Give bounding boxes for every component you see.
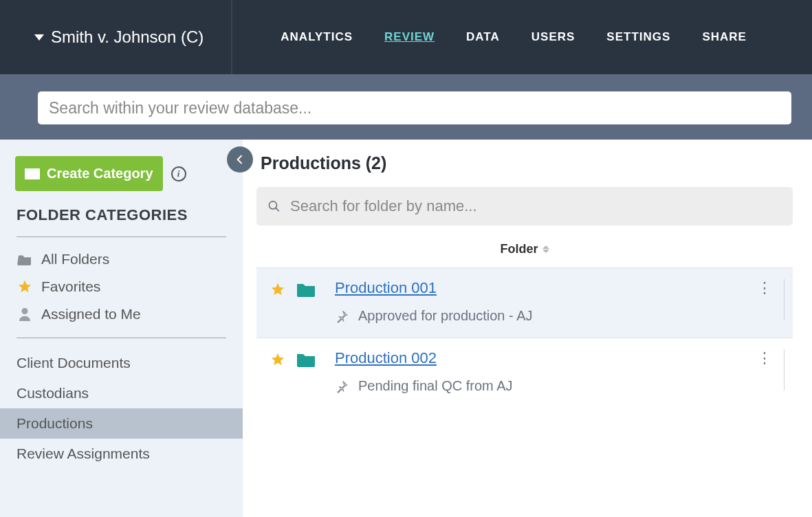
nav-links: ANALYTICS REVIEW DATA USERS SETTINGS SHA… <box>281 30 747 44</box>
create-category-label: Create Category <box>47 166 153 182</box>
category-label: Client Documents <box>17 355 131 371</box>
sidebar-collapse-button[interactable] <box>227 146 253 173</box>
sidebar-category-review-assignments[interactable]: Review Assignments <box>0 439 243 469</box>
sidebar: Create Category i FOLDER CATEGORIES All … <box>0 140 243 517</box>
global-search-input[interactable] <box>49 99 780 118</box>
folder-note-text: Approved for production - AJ <box>358 308 532 324</box>
sidebar-category-client-documents[interactable]: Client Documents <box>0 348 243 378</box>
table-header: Folder <box>256 226 793 267</box>
svg-line-2 <box>276 208 279 211</box>
global-search-wrap <box>0 74 812 140</box>
sort-icon <box>542 245 549 253</box>
folder-icon <box>17 253 33 265</box>
sidebar-category-list: Client Documents Custodians Productions … <box>0 338 243 469</box>
star-icon <box>270 282 285 297</box>
folder-row[interactable]: Production 001 Approved for production -… <box>256 267 793 338</box>
svg-point-0 <box>22 308 28 314</box>
sidebar-category-custodians[interactable]: Custodians <box>0 378 243 408</box>
tag-icon <box>25 168 40 179</box>
dropdown-triangle-icon <box>34 34 44 41</box>
sidebar-category-productions[interactable]: Productions <box>0 408 243 439</box>
folder-note: Pending final QC from AJ <box>335 378 754 394</box>
folder-link[interactable]: Production 001 <box>335 279 437 296</box>
star-icon <box>17 279 33 294</box>
main-panel: Productions (2) Folder Production 001 <box>243 140 812 517</box>
nav-review[interactable]: REVIEW <box>384 30 435 44</box>
create-row: Create Category i <box>0 156 243 206</box>
nav-users[interactable]: USERS <box>531 30 575 44</box>
sidebar-item-label: All Folders <box>41 251 109 267</box>
nav-data[interactable]: DATA <box>466 30 500 44</box>
nav-analytics[interactable]: ANALYTICS <box>281 30 353 44</box>
category-label: Custodians <box>17 385 89 401</box>
folder-link[interactable]: Production 002 <box>335 349 437 366</box>
column-folder[interactable]: Folder <box>500 242 549 256</box>
folder-row[interactable]: Production 002 Pending final QC from AJ … <box>256 338 793 408</box>
favorite-toggle[interactable] <box>270 282 285 301</box>
row-divider <box>784 279 784 320</box>
nav-settings[interactable]: SETTINGS <box>606 30 670 44</box>
sidebar-item-label: Assigned to Me <box>41 306 141 322</box>
column-folder-label: Folder <box>500 242 538 256</box>
favorite-toggle[interactable] <box>270 352 285 371</box>
sidebar-fixed-list: All Folders Favorites Assigned to Me <box>0 237 243 338</box>
case-selector[interactable]: Smith v. Johnson (C) <box>34 0 232 74</box>
info-icon[interactable]: i <box>171 166 186 182</box>
sidebar-item-label: Favorites <box>41 278 100 295</box>
row-more-button[interactable]: ⋮ <box>754 349 774 367</box>
folder-row-body: Production 002 Pending final QC from AJ <box>335 349 754 394</box>
sidebar-item-assigned-to-me[interactable]: Assigned to Me <box>0 300 243 328</box>
sidebar-item-all-folders[interactable]: All Folders <box>0 245 243 273</box>
category-label: Review Assignments <box>17 446 150 461</box>
chevron-left-icon <box>234 154 245 165</box>
sidebar-item-favorites[interactable]: Favorites <box>0 273 243 300</box>
person-icon <box>17 307 33 321</box>
row-more-button[interactable]: ⋮ <box>754 279 774 297</box>
search-icon <box>267 199 281 213</box>
category-label: Productions <box>17 415 93 431</box>
folder-icon <box>296 282 316 300</box>
page-title: Productions (2) <box>256 153 793 173</box>
folder-search-box[interactable] <box>256 187 793 226</box>
star-icon <box>270 352 285 367</box>
nav-share[interactable]: SHARE <box>702 30 747 44</box>
folder-search-input[interactable] <box>290 197 782 215</box>
global-search-box[interactable] <box>38 91 791 124</box>
top-nav: Smith v. Johnson (C) ANALYTICS REVIEW DA… <box>0 0 812 74</box>
pin-icon <box>335 309 349 323</box>
row-divider <box>784 349 784 390</box>
pin-icon <box>335 380 349 393</box>
folder-note-text: Pending final QC from AJ <box>358 378 513 394</box>
folder-note: Approved for production - AJ <box>335 308 754 324</box>
sidebar-heading: FOLDER CATEGORIES <box>0 206 243 236</box>
case-name: Smith v. Johnson (C) <box>51 28 204 47</box>
folder-row-body: Production 001 Approved for production -… <box>335 279 754 324</box>
folder-icon <box>296 352 316 370</box>
svg-point-1 <box>269 201 276 209</box>
create-category-button[interactable]: Create Category <box>15 156 163 191</box>
body: Create Category i FOLDER CATEGORIES All … <box>0 140 812 517</box>
